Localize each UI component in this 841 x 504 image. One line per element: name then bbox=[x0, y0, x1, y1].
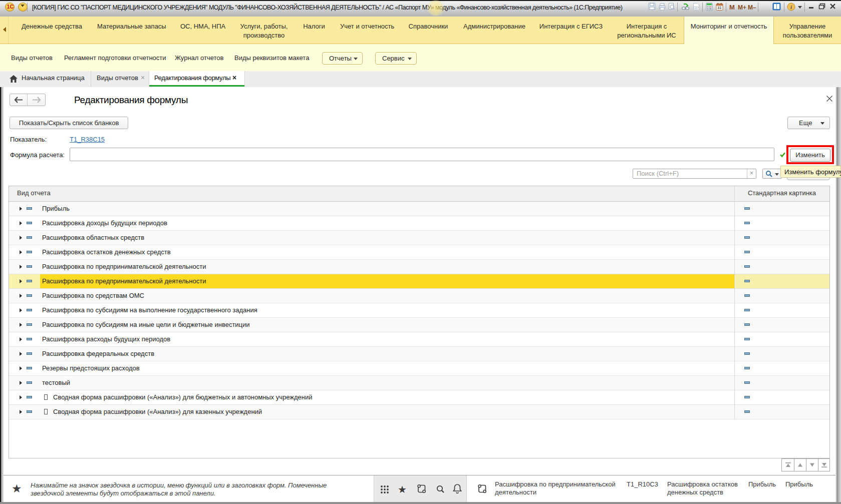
svg-text:31: 31 bbox=[717, 6, 721, 10]
